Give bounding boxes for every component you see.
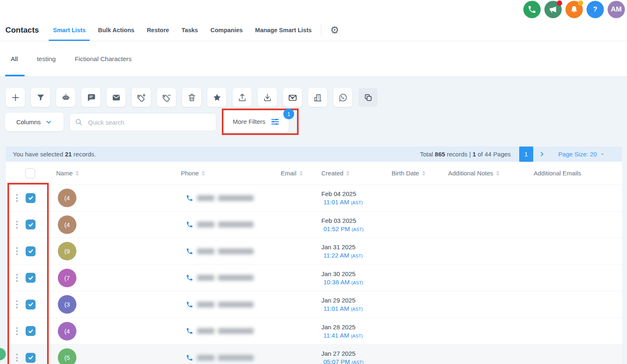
row-checkbox[interactable] xyxy=(26,220,36,229)
send-sms-button[interactable] xyxy=(81,88,100,107)
smart-list-tab-testing[interactable]: testing xyxy=(37,41,56,76)
filter-button[interactable] xyxy=(31,88,50,107)
search-input[interactable] xyxy=(87,118,211,126)
phone-icon xyxy=(527,5,537,14)
more-filters-button[interactable]: More Filters xyxy=(223,111,289,132)
columns-dropdown[interactable]: Columns xyxy=(5,113,64,131)
redacted-phone xyxy=(218,302,254,307)
row-checkbox[interactable] xyxy=(26,300,36,310)
page-size-dropdown[interactable]: Page Size: 20 xyxy=(558,151,606,158)
tab-bulk-actions[interactable]: Bulk Actions xyxy=(98,19,134,41)
row-menu-kebab[interactable] xyxy=(15,299,19,310)
contact-avatar[interactable]: (5 xyxy=(58,348,76,364)
tab-companies[interactable]: Companies xyxy=(210,19,242,41)
phone-icon[interactable] xyxy=(186,194,193,202)
phone-icon[interactable] xyxy=(186,274,193,281)
whatsapp-icon xyxy=(338,93,348,102)
row-menu-kebab[interactable] xyxy=(15,246,19,256)
redacted-phone xyxy=(218,328,254,334)
phone-icon[interactable] xyxy=(186,301,193,308)
add-contact-button[interactable] xyxy=(6,88,25,107)
current-page-button[interactable]: 1 xyxy=(519,147,533,162)
tab-manage-smart-lists[interactable]: Manage Smart Lists xyxy=(255,19,312,41)
table-row[interactable]: (4 Feb 03 202501:52 PM (AST) xyxy=(6,212,622,239)
notifications-button[interactable] xyxy=(565,1,583,18)
send-email-button[interactable] xyxy=(107,88,126,107)
row-checkbox[interactable] xyxy=(26,273,36,283)
smart-list-tab-all[interactable]: All xyxy=(11,41,18,76)
column-header-email[interactable]: Email xyxy=(278,170,318,177)
merge-duplicates-button[interactable] xyxy=(359,88,378,107)
check-icon xyxy=(28,355,34,361)
export-contacts-button[interactable] xyxy=(233,88,252,107)
import-contacts-button[interactable] xyxy=(258,88,277,107)
contact-avatar[interactable]: (4 xyxy=(58,322,76,340)
redacted-phone xyxy=(218,222,254,227)
row-checkbox[interactable] xyxy=(26,193,36,203)
email-verification-button[interactable] xyxy=(283,88,302,107)
tab-smart-lists[interactable]: Smart Lists xyxy=(53,19,86,41)
ai-assistant-button[interactable] xyxy=(56,88,75,107)
selected-records-text: You have selected 21 records. xyxy=(6,151,96,158)
smart-list-tab-fictional-characters[interactable]: Fictional Characters xyxy=(75,41,132,76)
avatar[interactable]: AM xyxy=(608,1,625,18)
help-button[interactable]: ? xyxy=(587,1,604,18)
row-menu-kebab[interactable] xyxy=(15,326,19,336)
row-menu-kebab[interactable] xyxy=(15,352,19,363)
contact-avatar[interactable]: (4 xyxy=(58,215,76,234)
phone-icon[interactable] xyxy=(186,327,193,335)
row-checkbox[interactable] xyxy=(26,246,36,256)
column-header-name[interactable]: Name xyxy=(54,170,181,177)
phone-icon[interactable] xyxy=(186,354,193,362)
columns-label: Columns xyxy=(16,118,40,125)
phone-call-button[interactable] xyxy=(523,1,541,18)
table-row[interactable]: (3 Jan 29 202511:01 AM (AST) xyxy=(6,291,622,318)
bell-icon xyxy=(570,5,579,14)
filters-count-badge: 1 xyxy=(283,109,294,119)
redacted-phone xyxy=(197,222,214,227)
column-header-created[interactable]: Created xyxy=(318,170,388,177)
next-page-button[interactable] xyxy=(539,151,545,157)
row-menu-kebab[interactable] xyxy=(15,220,19,230)
settings-gear-icon[interactable]: ⚙ xyxy=(330,25,340,35)
chevron-down-icon xyxy=(45,118,52,126)
column-header-additional-notes[interactable]: Additional Notes xyxy=(445,170,530,177)
remove-tag-button[interactable] xyxy=(157,88,176,107)
add-to-company-button[interactable] xyxy=(308,88,327,107)
contact-avatar[interactable]: (9 xyxy=(58,242,76,260)
delete-button[interactable] xyxy=(182,88,201,107)
sort-icon xyxy=(202,171,205,176)
phone-icon[interactable] xyxy=(186,221,193,228)
building-icon xyxy=(313,93,323,102)
contact-avatar[interactable]: (4 xyxy=(58,189,76,207)
phone-icon[interactable] xyxy=(186,248,193,255)
tab-restore[interactable]: Restore xyxy=(147,19,169,41)
top-header: ? AM xyxy=(0,0,627,19)
send-whatsapp-button[interactable] xyxy=(333,88,352,107)
created-cell: Jan 31 202511:22 AM (AST) xyxy=(318,243,388,259)
tab-tasks[interactable]: Tasks xyxy=(181,19,198,41)
add-tag-button[interactable] xyxy=(132,88,151,107)
row-checkbox[interactable] xyxy=(26,353,36,363)
table-row[interactable]: (4 Feb 04 202511:01 AM (AST) xyxy=(6,185,622,212)
column-header-birth-date[interactable]: Birth Date xyxy=(388,170,445,177)
avatar-initials: AM xyxy=(611,5,622,14)
table-row[interactable]: (4 Jan 28 202511:41 AM (AST) xyxy=(6,318,622,345)
import-icon xyxy=(263,93,272,102)
table-row[interactable]: (7 Jan 30 202510:38 AM (AST) xyxy=(6,265,622,292)
redacted-phone xyxy=(218,355,254,361)
bulk-actions-toolbar xyxy=(6,88,378,107)
contact-avatar[interactable]: (7 xyxy=(58,269,76,287)
check-icon xyxy=(28,222,34,228)
column-header-phone[interactable]: Phone xyxy=(181,170,278,177)
announcements-button[interactable] xyxy=(544,1,562,18)
table-row[interactable]: (9 Jan 31 202511:22 AM (AST) xyxy=(6,238,622,265)
created-cell: Jan 29 202511:01 AM (AST) xyxy=(318,297,388,312)
row-menu-kebab[interactable] xyxy=(15,273,19,283)
table-row[interactable]: (5 Jan 27 202505:07 PM (AST) xyxy=(6,345,622,364)
contact-avatar[interactable]: (3 xyxy=(58,295,76,314)
row-menu-kebab[interactable] xyxy=(15,193,19,203)
row-checkbox[interactable] xyxy=(26,326,36,336)
add-to-favorites-button[interactable] xyxy=(207,88,226,107)
select-all-checkbox[interactable] xyxy=(25,168,35,178)
